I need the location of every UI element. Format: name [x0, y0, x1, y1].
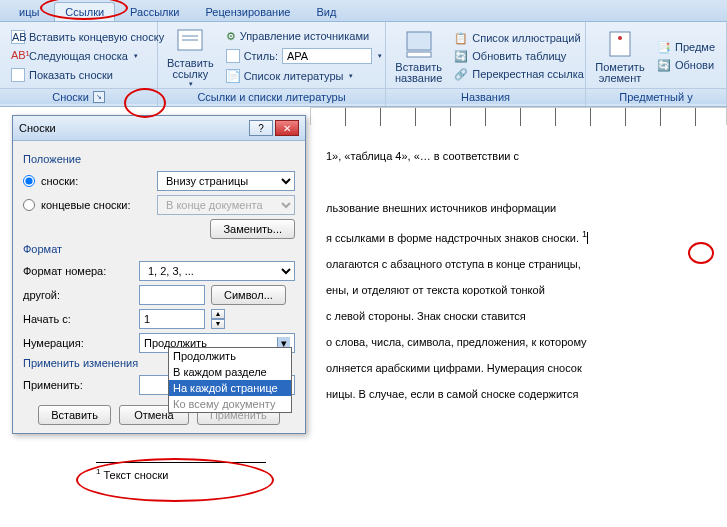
cross-reference-label: Перекрестная ссылка — [472, 68, 584, 80]
manage-sources[interactable]: ⚙ Управление источниками — [221, 28, 387, 45]
table-of-figures-label: Список иллюстраций — [472, 32, 580, 44]
bibliography-icon: 📄 — [226, 69, 240, 83]
doc-line: о слова, числа, символа, предложения, к … — [326, 330, 713, 354]
show-footnotes-label: Показать сноски — [29, 69, 113, 81]
cross-reference[interactable]: 🔗 Перекрестная ссылка — [449, 66, 589, 83]
numbering-option[interactable]: В каждом разделе — [169, 364, 291, 380]
figures-list-icon: 📋 — [454, 32, 468, 45]
dialog-titlebar[interactable]: Сноски ? ✕ — [13, 116, 305, 141]
insert-index-label: Предме — [675, 41, 715, 53]
num-format-select[interactable]: 1, 2, 3, ... — [139, 261, 295, 281]
insert-endnote[interactable]: AB Вставить концевую сноску — [6, 28, 169, 46]
doc-line: ницы. В случае, если в самой сноске соде… — [326, 382, 713, 406]
custom-mark-input[interactable] — [139, 285, 205, 305]
start-at-input[interactable] — [139, 309, 205, 329]
update-table-label: Обновить таблицу — [472, 50, 566, 62]
update-icon: 🔄 — [454, 50, 468, 63]
chevron-down-icon: ▾ — [134, 52, 138, 60]
show-footnotes-icon — [11, 68, 25, 82]
close-button[interactable]: ✕ — [275, 120, 299, 136]
apply-to-label: Применить: — [23, 379, 133, 391]
footnote-separator — [96, 462, 266, 463]
group-index-label: Предметный у — [619, 91, 692, 103]
numbering-option[interactable]: Ко всему документу — [169, 396, 291, 412]
group-citations-label: Ссылки и списки литературы — [197, 91, 345, 103]
bibliography[interactable]: 📄 Список литературы ▾ — [221, 67, 387, 85]
bibliography-label: Список литературы — [244, 70, 344, 82]
doc-line: ены, и отделяют от текста короткой тонко… — [326, 278, 713, 302]
numbering-option[interactable]: Продолжить — [169, 348, 291, 364]
chevron-down-icon: ▾ — [349, 72, 353, 80]
doc-line: 1», «таблица 4», «… в соответствии с — [326, 144, 713, 168]
numbering-option-selected[interactable]: На каждой странице — [169, 380, 291, 396]
mark-entry-label: Пометить элемент — [595, 62, 644, 84]
numbering-label: Нумерация: — [23, 337, 133, 349]
insert-citation-button[interactable]: Вставить ссылку ▾ — [164, 24, 217, 88]
ribbon: AB Вставить концевую сноску AB¹ Следующа… — [0, 22, 727, 107]
endnote-icon: AB — [11, 30, 25, 44]
svg-point-6 — [618, 36, 622, 40]
sources-icon: ⚙ — [226, 30, 236, 43]
manage-sources-label: Управление источниками — [240, 30, 369, 42]
insert-endnote-label: Вставить концевую сноску — [29, 31, 164, 43]
doc-line: олняется арабскими цифрами. Нумерация сн… — [326, 356, 713, 380]
style-icon — [226, 49, 240, 63]
group-citations: Вставить ссылку ▾ ⚙ Управление источника… — [158, 22, 386, 106]
insert-index[interactable]: 📑 Предме — [652, 39, 720, 56]
chevron-down-icon: ▾ — [378, 52, 382, 60]
document-page[interactable]: 1», «таблица 4», «… в соответствии с льз… — [310, 128, 727, 527]
svg-rect-5 — [610, 32, 630, 56]
numbering-dropdown-list: Продолжить В каждом разделе На каждой ст… — [168, 347, 292, 413]
show-footnotes[interactable]: Показать сноски — [6, 66, 169, 84]
footnote-text: 1 Текст сноски — [96, 467, 276, 483]
next-footnote-label: Следующая сноска — [29, 50, 128, 62]
tab-view[interactable]: Вид — [305, 2, 347, 21]
group-captions: Вставить название 📋 Список иллюстраций 🔄… — [386, 22, 586, 106]
help-button[interactable]: ? — [249, 120, 273, 136]
crossref-icon: 🔗 — [454, 68, 468, 81]
symbol-button[interactable]: Символ... — [211, 285, 286, 305]
doc-line: льзование внешних источников информации — [326, 196, 713, 220]
group-footnotes-label: Сноски — [52, 91, 89, 103]
svg-rect-3 — [407, 32, 431, 50]
tab-mailings[interactable]: Рассылки — [119, 2, 190, 21]
replace-button[interactable]: Заменить... — [210, 219, 295, 239]
insert-button[interactable]: Вставить — [38, 405, 111, 425]
tab-prev[interactable]: ицы — [8, 2, 50, 21]
endnotes-position-select: В конце документа — [157, 195, 295, 215]
insert-caption-button[interactable]: Вставить название — [392, 24, 445, 88]
citation-icon — [174, 24, 206, 56]
section-format: Формат — [23, 243, 295, 255]
insert-citation-label: Вставить ссылку — [167, 58, 214, 80]
custom-mark-label: другой: — [23, 289, 133, 301]
radio-endnotes-label: концевые сноски: — [41, 199, 151, 211]
group-footnotes: AB Вставить концевую сноску AB¹ Следующа… — [0, 22, 158, 106]
mark-entry-icon — [604, 28, 636, 60]
radio-endnotes[interactable] — [23, 199, 35, 211]
spin-down[interactable]: ▼ — [211, 319, 225, 329]
svg-rect-4 — [407, 52, 431, 57]
radio-footnotes[interactable] — [23, 175, 35, 187]
citation-style-select[interactable] — [282, 48, 372, 64]
caption-icon — [403, 28, 435, 60]
group-captions-label: Названия — [461, 91, 510, 103]
footnotes-position-select[interactable]: Внизу страницы — [157, 171, 295, 191]
num-format-label: Формат номера: — [23, 265, 133, 277]
ribbon-tabs: ицы Ссылки Рассылки Рецензирование Вид — [0, 0, 727, 22]
mark-entry-button[interactable]: Пометить элемент — [592, 24, 648, 88]
tab-references[interactable]: Ссылки — [54, 2, 115, 21]
horizontal-ruler[interactable] — [310, 107, 727, 125]
radio-footnotes-label: сноски: — [41, 175, 151, 187]
spin-up[interactable]: ▲ — [211, 309, 225, 319]
table-of-figures[interactable]: 📋 Список иллюстраций — [449, 30, 589, 47]
update-index[interactable]: 🔄 Обнови — [652, 57, 720, 74]
tab-review[interactable]: Рецензирование — [194, 2, 301, 21]
update-table[interactable]: 🔄 Обновить таблицу — [449, 48, 589, 65]
footnote-area[interactable]: 1 Текст сноски — [96, 462, 276, 483]
footnotes-dialog-launcher[interactable]: ↘ — [93, 91, 105, 103]
next-footnote[interactable]: AB¹ Следующая сноска ▾ — [6, 47, 169, 65]
update-index-label: Обнови — [675, 59, 714, 71]
dialog-title: Сноски — [19, 122, 56, 134]
next-footnote-icon: AB¹ — [11, 49, 25, 63]
citation-style[interactable]: Стиль: ▾ — [221, 46, 387, 66]
